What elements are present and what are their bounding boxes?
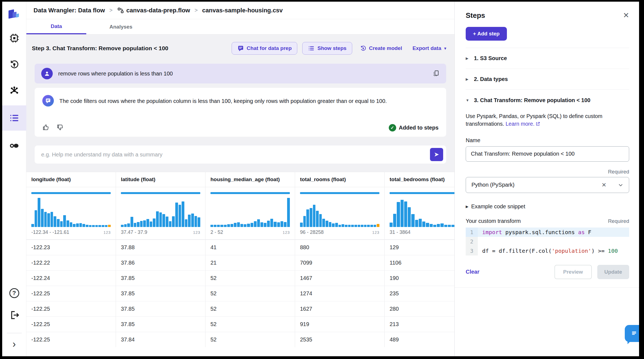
histogram-bar [440, 223, 443, 227]
histogram-bar [231, 224, 233, 227]
table-row: -122.2537.85521627280 [26, 301, 454, 316]
close-icon[interactable]: ✕ [623, 11, 629, 20]
sidebar-item-datasets[interactable] [2, 137, 26, 154]
table-cell: 52 [206, 332, 295, 347]
table-cell: -122.25 [26, 316, 116, 332]
tab-analyses[interactable]: Analyses [86, 19, 156, 34]
help-button[interactable]: ? [2, 285, 26, 302]
chat-bubble-icon [45, 97, 51, 104]
thumbs-up-button[interactable] [42, 124, 49, 132]
table-cell: 52 [206, 270, 295, 286]
histogram-bar [251, 223, 253, 227]
preview-button[interactable]: Preview [554, 265, 592, 279]
external-link-icon [535, 122, 540, 126]
histogram-bar [237, 222, 240, 227]
show-steps-button[interactable]: Show steps [302, 42, 352, 55]
clear-button[interactable]: Clear [466, 269, 479, 275]
add-step-button[interactable]: + Add step [466, 27, 507, 41]
expand-sidebar-chevron-icon[interactable]: › [13, 339, 16, 349]
table-cell: 129 [385, 240, 454, 255]
breadcrumb-root[interactable]: Data Wrangler: Data flow [34, 7, 105, 14]
chat-fab-button[interactable] [625, 325, 639, 342]
histogram-bar [277, 222, 280, 227]
table-cell: 52 [206, 316, 295, 332]
language-select[interactable]: Python (PySpark) ✕ [466, 177, 629, 193]
line-number: 1 [466, 228, 478, 237]
histogram-bar [322, 219, 325, 227]
histogram [121, 198, 200, 227]
chat-for-data-prep-button[interactable]: Chat for data prep [232, 42, 298, 55]
content-area: Step 3. Chat Transform: Remove populatio… [26, 35, 454, 356]
sidebar-item-automations[interactable] [2, 82, 26, 99]
step-item[interactable]: ▶1. S3 Source [466, 48, 629, 69]
sidebar-item-data-wrangler[interactable] [2, 105, 26, 131]
breadcrumb-flow[interactable]: canvas-data-prep.flow [126, 7, 190, 14]
histogram-bar [270, 219, 273, 227]
table-row: -122.2237.862170991106 [26, 255, 454, 270]
clear-selection-icon[interactable]: ✕ [601, 182, 606, 188]
histogram-bar [329, 222, 332, 227]
code-editor[interactable]: 1import pyspark.sql.functions as F2 3df … [466, 228, 629, 256]
step-item[interactable]: ▶2. Data types [466, 69, 629, 90]
create-model-button[interactable]: Create model [357, 43, 405, 54]
send-button[interactable] [430, 148, 443, 161]
tab-data[interactable]: Data [26, 19, 86, 34]
update-button[interactable]: Update [597, 265, 629, 279]
histogram-bar [182, 201, 184, 227]
histogram-bar [121, 225, 124, 227]
histogram-bar [260, 222, 263, 227]
histogram-bar [300, 223, 303, 227]
histogram-bar [404, 201, 407, 227]
histogram-bar [342, 224, 344, 227]
user-message-bubble: remove rows where population is less tha… [35, 64, 446, 83]
histogram-bar [422, 221, 425, 227]
required-label: Required [466, 169, 629, 175]
histogram-bar [131, 217, 133, 227]
histogram-bar [156, 211, 159, 227]
steps-list-icon [308, 45, 315, 52]
histogram-bar [335, 223, 338, 227]
histogram-bar [54, 216, 56, 227]
histogram-bar [60, 221, 63, 227]
chat-bubble-icon [237, 45, 244, 52]
sidebar-item-home[interactable] [2, 30, 26, 47]
chat-input[interactable] [41, 152, 430, 158]
logout-button[interactable] [2, 307, 26, 324]
histogram-bar [220, 225, 223, 227]
histogram-bar [195, 216, 197, 227]
table-cell: 37.86 [116, 255, 206, 270]
table-row: -122.2337.8841880129 [26, 240, 454, 255]
histogram-bar [214, 225, 216, 227]
histogram-bar [92, 225, 95, 227]
histogram-bar [408, 207, 411, 227]
example-code-snippet-toggle[interactable]: ▶ Example code snippet [466, 203, 629, 210]
histogram-bar [426, 223, 429, 227]
histogram-bar [264, 223, 267, 227]
table-cell: 21 [206, 255, 295, 270]
table-cell: 37.85 [116, 270, 206, 286]
thumbs-down-button[interactable] [57, 124, 64, 132]
valid-data-bar [121, 192, 200, 194]
numeric-type-badge: 123 [104, 230, 111, 235]
histogram-bar [191, 214, 194, 227]
step-item-label: 1. S3 Source [474, 55, 507, 61]
user-message-text: remove rows where population is less tha… [58, 71, 173, 77]
sidebar-item-models[interactable] [2, 56, 26, 73]
data-preview-table: longitude (float)latitude (float)housing… [26, 172, 454, 356]
histogram-bar [234, 223, 237, 227]
copy-button[interactable] [432, 70, 440, 78]
histogram-bar [364, 225, 367, 227]
column-header: housing_median_age (float) [206, 172, 295, 187]
table-cell: 52 [206, 286, 295, 301]
histogram-bar [105, 225, 108, 227]
histogram [390, 198, 454, 227]
histogram-bar [102, 225, 104, 227]
assistant-message-text: The code filters out rows where the popu… [59, 95, 387, 105]
learn-more-link[interactable]: Learn more. [506, 121, 534, 127]
export-data-button[interactable]: Export data ▾ [410, 43, 449, 54]
table-cell: 37.84 [116, 332, 206, 347]
step-item[interactable]: ▼3. Chat Transform: Remove population < … [466, 90, 629, 111]
histogram-bar [267, 221, 270, 227]
name-input[interactable]: Chat Transform: Remove population < 100 [466, 146, 629, 162]
numeric-type-badge: 123 [283, 230, 290, 235]
